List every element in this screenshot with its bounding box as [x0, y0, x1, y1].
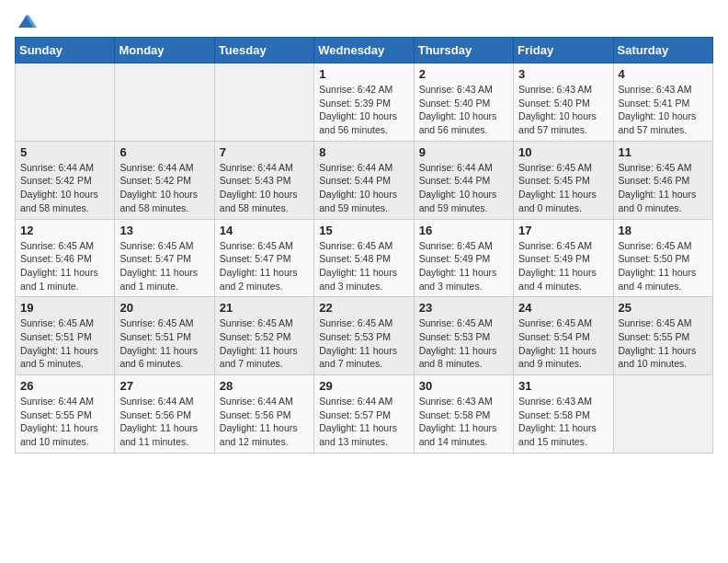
day-number: 22	[319, 301, 408, 315]
day-info: Sunrise: 6:43 AM Sunset: 5:40 PM Dayligh…	[518, 83, 608, 137]
day-cell: 8Sunrise: 6:44 AM Sunset: 5:44 PM Daylig…	[314, 141, 414, 219]
day-number: 2	[419, 67, 508, 81]
day-cell: 23Sunrise: 6:45 AM Sunset: 5:53 PM Dayli…	[414, 297, 513, 375]
day-cell: 31Sunrise: 6:43 AM Sunset: 5:58 PM Dayli…	[514, 375, 613, 454]
day-number: 23	[419, 301, 508, 315]
logo-icon	[17, 13, 37, 29]
day-number: 19	[20, 301, 109, 315]
day-info: Sunrise: 6:43 AM Sunset: 5:58 PM Dayligh…	[419, 395, 508, 449]
day-cell: 6Sunrise: 6:44 AM Sunset: 5:42 PM Daylig…	[115, 141, 214, 219]
day-info: Sunrise: 6:45 AM Sunset: 5:48 PM Dayligh…	[319, 239, 408, 293]
day-number: 18	[619, 224, 708, 237]
week-row-2: 5Sunrise: 6:44 AM Sunset: 5:42 PM Daylig…	[16, 141, 713, 219]
week-row-3: 12Sunrise: 6:45 AM Sunset: 5:46 PM Dayli…	[16, 219, 713, 297]
weekday-header-thursday: Thursday	[414, 38, 513, 63]
day-info: Sunrise: 6:45 AM Sunset: 5:46 PM Dayligh…	[619, 161, 708, 215]
day-cell: 27Sunrise: 6:44 AM Sunset: 5:56 PM Dayli…	[115, 375, 214, 454]
day-number: 16	[419, 224, 508, 237]
weekday-header-sunday: Sunday	[16, 38, 115, 63]
day-info: Sunrise: 6:42 AM Sunset: 5:39 PM Dayligh…	[319, 83, 408, 137]
day-number: 4	[619, 67, 708, 81]
day-cell: 2Sunrise: 6:43 AM Sunset: 5:40 PM Daylig…	[414, 63, 513, 142]
day-cell: 4Sunrise: 6:43 AM Sunset: 5:41 PM Daylig…	[613, 63, 712, 142]
day-info: Sunrise: 6:43 AM Sunset: 5:58 PM Dayligh…	[518, 395, 608, 449]
day-cell	[115, 63, 214, 142]
day-number: 30	[419, 379, 508, 393]
day-cell: 24Sunrise: 6:45 AM Sunset: 5:54 PM Dayli…	[514, 297, 613, 375]
day-cell	[16, 63, 115, 142]
day-info: Sunrise: 6:44 AM Sunset: 5:55 PM Dayligh…	[20, 395, 109, 449]
day-cell: 18Sunrise: 6:45 AM Sunset: 5:50 PM Dayli…	[613, 219, 712, 297]
day-info: Sunrise: 6:44 AM Sunset: 5:56 PM Dayligh…	[119, 395, 209, 449]
day-cell: 7Sunrise: 6:44 AM Sunset: 5:43 PM Daylig…	[214, 141, 313, 219]
day-info: Sunrise: 6:45 AM Sunset: 5:50 PM Dayligh…	[619, 239, 708, 293]
day-cell: 22Sunrise: 6:45 AM Sunset: 5:53 PM Dayli…	[314, 297, 414, 375]
day-number: 10	[518, 145, 608, 159]
weekday-header-monday: Monday	[115, 38, 214, 63]
day-info: Sunrise: 6:45 AM Sunset: 5:49 PM Dayligh…	[419, 239, 508, 293]
day-info: Sunrise: 6:44 AM Sunset: 5:42 PM Dayligh…	[119, 161, 209, 215]
weekday-header-wednesday: Wednesday	[314, 38, 414, 63]
week-row-4: 19Sunrise: 6:45 AM Sunset: 5:51 PM Dayli…	[16, 297, 713, 375]
day-number: 14	[220, 224, 309, 237]
day-number: 29	[319, 379, 408, 393]
day-info: Sunrise: 6:45 AM Sunset: 5:46 PM Dayligh…	[20, 239, 109, 293]
day-info: Sunrise: 6:45 AM Sunset: 5:51 PM Dayligh…	[119, 316, 209, 371]
day-cell: 17Sunrise: 6:45 AM Sunset: 5:49 PM Dayli…	[514, 219, 613, 297]
day-info: Sunrise: 6:45 AM Sunset: 5:49 PM Dayligh…	[518, 239, 608, 293]
day-info: Sunrise: 6:43 AM Sunset: 5:41 PM Dayligh…	[619, 83, 708, 137]
day-info: Sunrise: 6:44 AM Sunset: 5:57 PM Dayligh…	[319, 395, 408, 449]
calendar: SundayMondayTuesdayWednesdayThursdayFrid…	[15, 37, 713, 454]
week-row-1: 1Sunrise: 6:42 AM Sunset: 5:39 PM Daylig…	[16, 63, 713, 142]
day-number: 25	[619, 301, 708, 315]
day-info: Sunrise: 6:44 AM Sunset: 5:56 PM Dayligh…	[220, 395, 309, 449]
logo	[15, 15, 37, 26]
day-cell: 25Sunrise: 6:45 AM Sunset: 5:55 PM Dayli…	[613, 297, 712, 375]
day-cell: 15Sunrise: 6:45 AM Sunset: 5:48 PM Dayli…	[314, 219, 414, 297]
weekday-header-saturday: Saturday	[613, 38, 712, 63]
day-cell: 10Sunrise: 6:45 AM Sunset: 5:45 PM Dayli…	[514, 141, 613, 219]
day-number: 9	[419, 145, 508, 159]
day-cell: 21Sunrise: 6:45 AM Sunset: 5:52 PM Dayli…	[214, 297, 313, 375]
day-info: Sunrise: 6:44 AM Sunset: 5:44 PM Dayligh…	[319, 161, 408, 215]
day-info: Sunrise: 6:45 AM Sunset: 5:47 PM Dayligh…	[220, 239, 309, 293]
day-number: 11	[619, 145, 708, 159]
day-cell: 26Sunrise: 6:44 AM Sunset: 5:55 PM Dayli…	[16, 375, 115, 454]
day-info: Sunrise: 6:45 AM Sunset: 5:54 PM Dayligh…	[518, 316, 608, 371]
day-number: 28	[220, 379, 309, 393]
day-cell: 29Sunrise: 6:44 AM Sunset: 5:57 PM Dayli…	[314, 375, 414, 454]
day-number: 27	[119, 379, 209, 393]
day-number: 7	[220, 145, 309, 159]
day-number: 20	[119, 301, 209, 315]
day-info: Sunrise: 6:45 AM Sunset: 5:55 PM Dayligh…	[619, 316, 708, 371]
day-info: Sunrise: 6:45 AM Sunset: 5:53 PM Dayligh…	[419, 316, 508, 371]
day-info: Sunrise: 6:44 AM Sunset: 5:43 PM Dayligh…	[220, 161, 309, 215]
header	[15, 15, 713, 26]
week-row-5: 26Sunrise: 6:44 AM Sunset: 5:55 PM Dayli…	[16, 375, 713, 454]
day-number: 24	[518, 301, 608, 315]
day-cell: 11Sunrise: 6:45 AM Sunset: 5:46 PM Dayli…	[613, 141, 712, 219]
day-cell: 12Sunrise: 6:45 AM Sunset: 5:46 PM Dayli…	[16, 219, 115, 297]
day-cell: 14Sunrise: 6:45 AM Sunset: 5:47 PM Dayli…	[214, 219, 313, 297]
day-number: 1	[319, 67, 408, 81]
day-cell: 9Sunrise: 6:44 AM Sunset: 5:44 PM Daylig…	[414, 141, 513, 219]
day-info: Sunrise: 6:44 AM Sunset: 5:42 PM Dayligh…	[20, 161, 109, 215]
day-info: Sunrise: 6:45 AM Sunset: 5:53 PM Dayligh…	[319, 316, 408, 371]
day-number: 8	[319, 145, 408, 159]
day-number: 26	[20, 379, 109, 393]
weekday-header-tuesday: Tuesday	[214, 38, 313, 63]
day-number: 12	[20, 224, 109, 237]
day-cell	[613, 375, 712, 454]
day-number: 31	[518, 379, 608, 393]
weekday-header-friday: Friday	[514, 38, 613, 63]
day-cell	[214, 63, 313, 142]
day-cell: 3Sunrise: 6:43 AM Sunset: 5:40 PM Daylig…	[514, 63, 613, 142]
day-cell: 20Sunrise: 6:45 AM Sunset: 5:51 PM Dayli…	[115, 297, 214, 375]
day-cell: 16Sunrise: 6:45 AM Sunset: 5:49 PM Dayli…	[414, 219, 513, 297]
day-cell: 30Sunrise: 6:43 AM Sunset: 5:58 PM Dayli…	[414, 375, 513, 454]
day-info: Sunrise: 6:45 AM Sunset: 5:47 PM Dayligh…	[119, 239, 209, 293]
day-info: Sunrise: 6:43 AM Sunset: 5:40 PM Dayligh…	[419, 83, 508, 137]
day-number: 17	[518, 224, 608, 237]
day-number: 15	[319, 224, 408, 237]
day-info: Sunrise: 6:44 AM Sunset: 5:44 PM Dayligh…	[419, 161, 508, 215]
